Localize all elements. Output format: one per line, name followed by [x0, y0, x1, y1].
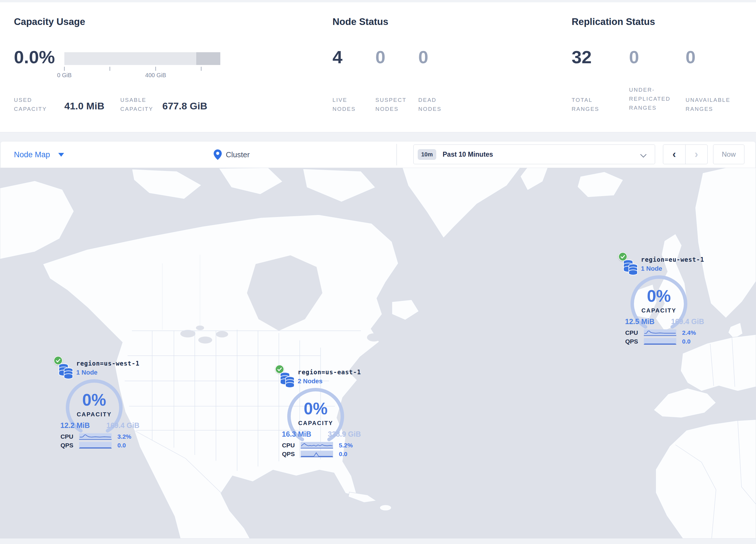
capacity-usage-title: Capacity Usage — [14, 16, 85, 27]
usable-capacity-value: 677.8 GiB — [162, 100, 207, 112]
qps-metric-row: QPS 0.0 — [618, 338, 708, 345]
time-range-label: Past 10 Minutes — [443, 150, 493, 158]
map-pin-icon — [214, 149, 222, 160]
cpu-value: 3.2% — [117, 433, 131, 440]
total-ranges-count: 32 — [572, 48, 592, 66]
time-range-badge: 10m — [418, 149, 436, 160]
capacity-usage-bar-tail — [196, 52, 220, 65]
qps-sparkline — [644, 338, 676, 345]
toolbar-divider — [397, 144, 397, 165]
qps-metric-row: QPS 0.0 — [275, 451, 365, 457]
usable-capacity-label: USABLE CAPACITY — [120, 96, 164, 114]
node-map[interactable]: region=us-west-1 1 Node 0% CAPACITY 12.2… — [0, 168, 756, 538]
capacity-tick — [155, 67, 156, 71]
capacity-gauge-percent: 0% — [71, 392, 117, 408]
node-marker-eu-west-1[interactable]: region=eu-west-1 1 Node 0% CAPACITY 12.5… — [618, 252, 756, 351]
world-map — [0, 168, 756, 538]
region-label: region=us-west-1 — [76, 360, 139, 367]
qps-sparkline — [79, 442, 112, 449]
node-marker-us-east-1[interactable]: region=us-east-1 2 Nodes 0% CAPACITY 16.… — [275, 365, 414, 463]
cpu-metric-row: CPU 3.2% — [54, 433, 143, 440]
view-selector-label: Node Map — [14, 150, 50, 159]
node-marker-us-west-1[interactable]: region=us-west-1 1 Node 0% CAPACITY 12.2… — [54, 356, 193, 455]
cpu-sparkline — [79, 433, 112, 440]
dead-nodes-label: DEAD NODES — [418, 96, 452, 114]
map-toolbar: Node Map Cluster 10m Past 10 Minutes ‹ ›… — [1, 141, 755, 168]
unavailable-label: UNAVAILABLE RANGES — [686, 96, 744, 114]
capacity-gauge-percent: 0% — [292, 400, 339, 417]
region-label: region=us-east-1 — [298, 369, 361, 376]
cpu-sparkline — [301, 442, 333, 449]
live-nodes-count: 4 — [332, 48, 342, 66]
breadcrumb[interactable]: Cluster — [214, 141, 250, 168]
used-capacity-label: USED CAPACITY — [14, 96, 53, 114]
cpu-label: CPU — [618, 329, 638, 336]
cluster-overview-page: Capacity Usage 0.0% 0 GiB 400 GiB USED C… — [0, 0, 756, 544]
capacity-tick-label-0: 0 GiB — [47, 72, 82, 79]
cpu-value: 5.2% — [339, 442, 353, 449]
view-selector-dropdown[interactable]: Node Map — [14, 141, 64, 168]
capacity-total-value: 338.9 GiB — [327, 430, 362, 438]
capacity-gauge-percent: 0% — [636, 288, 682, 304]
dropdown-triangle-icon — [58, 153, 64, 157]
cpu-sparkline — [644, 329, 676, 336]
used-capacity-value: 41.0 MiB — [64, 100, 104, 112]
time-prev-button[interactable]: ‹ — [663, 145, 686, 164]
dead-nodes-count: 0 — [418, 48, 428, 66]
capacity-usage-bar — [64, 52, 220, 65]
cpu-label: CPU — [54, 433, 73, 440]
total-ranges-label: TOTAL RANGES — [572, 96, 611, 114]
capacity-tick — [64, 67, 65, 71]
chevron-down-icon — [640, 151, 646, 157]
cluster-summary-panel: Capacity Usage 0.0% 0 GiB 400 GiB USED C… — [0, 2, 756, 132]
time-range-nav: ‹ › — [663, 144, 708, 164]
capacity-used-value: 16.3 MiB — [280, 430, 313, 438]
cpu-value: 2.4% — [682, 329, 696, 336]
map-water — [0, 168, 756, 538]
qps-label: QPS — [54, 442, 73, 449]
capacity-usage-percent: 0.0% — [14, 48, 55, 66]
capacity-tick — [110, 67, 110, 71]
capacity-gauge-label: CAPACITY — [287, 420, 345, 427]
cpu-metric-row: CPU 2.4% — [618, 329, 708, 336]
now-button[interactable]: Now — [713, 144, 744, 164]
qps-sparkline — [301, 451, 333, 457]
qps-label: QPS — [618, 338, 638, 345]
capacity-tick-label-400: 400 GiB — [138, 72, 173, 79]
time-range-dropdown[interactable]: 10m Past 10 Minutes — [413, 144, 655, 164]
capacity-total-value: 169.4 GiB — [105, 421, 141, 430]
under-replicated-count: 0 — [629, 48, 639, 66]
capacity-used-value: 12.5 MiB — [624, 318, 656, 326]
capacity-tick — [201, 67, 201, 71]
qps-label: QPS — [275, 451, 295, 458]
capacity-total-value: 169.4 GiB — [670, 318, 705, 326]
capacity-used-value: 12.2 MiB — [59, 421, 91, 430]
time-next-button[interactable]: › — [686, 145, 708, 164]
qps-value: 0.0 — [117, 442, 126, 449]
qps-value: 0.0 — [339, 451, 347, 458]
qps-metric-row: QPS 0.0 — [54, 442, 143, 449]
region-label: region=eu-west-1 — [641, 256, 704, 263]
capacity-gauge-label: CAPACITY — [65, 411, 123, 418]
suspect-nodes-label: SUSPECT NODES — [375, 96, 419, 114]
unavailable-count: 0 — [686, 48, 695, 66]
live-nodes-label: LIVE NODES — [332, 96, 366, 114]
qps-value: 0.0 — [682, 338, 690, 345]
under-replicated-label: UNDER-REPLICATED RANGES — [629, 86, 673, 112]
cpu-label: CPU — [275, 442, 295, 449]
cpu-metric-row: CPU 5.2% — [275, 442, 365, 449]
suspect-nodes-count: 0 — [375, 48, 385, 66]
replication-status-title: Replication Status — [572, 16, 655, 27]
node-status-title: Node Status — [332, 16, 388, 27]
capacity-gauge-label: CAPACITY — [630, 307, 688, 314]
breadcrumb-label: Cluster — [226, 150, 250, 159]
